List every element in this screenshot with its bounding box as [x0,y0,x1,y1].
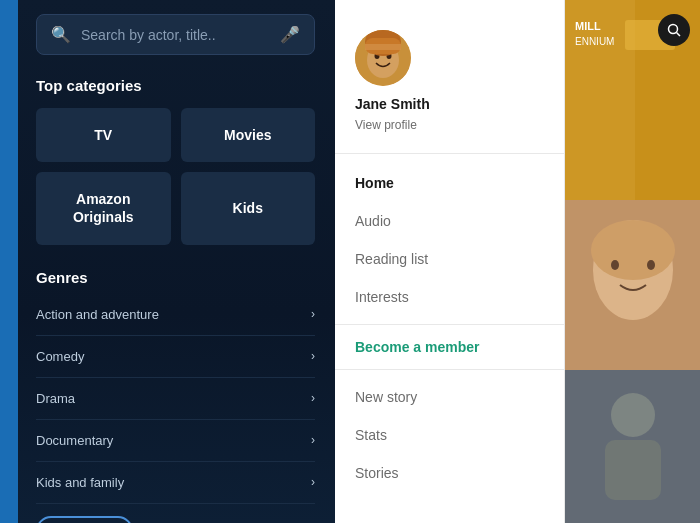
svg-line-23 [677,33,681,37]
genre-drama[interactable]: Drama › [36,378,315,420]
svg-point-22 [669,25,678,34]
genre-kids-family-label: Kids and family [36,475,124,490]
profile-name: Jane Smith [355,96,544,112]
nav-interests[interactable]: Interests [335,278,564,316]
genre-action-adventure-label: Action and adventure [36,307,159,322]
image-block-3 [565,370,700,523]
svg-rect-21 [565,370,700,523]
genre-drama-label: Drama [36,391,75,406]
search-placeholder: Search by actor, title.. [81,27,280,43]
search-bar[interactable]: 🔍 Search by actor, title.. 🎤 [36,14,315,55]
genre-comedy[interactable]: Comedy › [36,336,315,378]
svg-text:MILL: MILL [575,20,601,32]
svg-rect-6 [365,44,401,50]
become-member-link[interactable]: Become a member [335,324,564,370]
genre-documentary[interactable]: Documentary › [36,420,315,462]
chevron-icon-comedy: › [311,349,315,363]
image-strip: MILL ENNIUM [565,0,700,523]
genre-documentary-label: Documentary [36,433,113,448]
svg-text:ENNIUM: ENNIUM [575,36,614,47]
chevron-icon-action: › [311,307,315,321]
category-grid: TV Movies AmazonOriginals Kids [36,108,315,245]
chevron-icon-drama: › [311,391,315,405]
avatar [355,30,411,86]
nav-stats[interactable]: Stats [335,416,564,454]
genres-title: Genres [36,269,315,286]
category-kids[interactable]: Kids [181,172,316,244]
chevron-icon-documentary: › [311,433,315,447]
left-panel: 🔍 Search by actor, title.. 🎤 Top categor… [0,0,335,523]
chevron-icon-kids: › [311,475,315,489]
category-movies[interactable]: Movies [181,108,316,162]
profile-section: Jane Smith View profile [335,20,564,154]
svg-rect-17 [565,200,700,370]
nav-home[interactable]: Home [335,164,564,202]
right-panel: Jane Smith View profile Home Audio Readi… [335,0,700,523]
category-tv[interactable]: TV [36,108,171,162]
mic-icon[interactable]: 🎤 [280,25,300,44]
category-amazon-originals[interactable]: AmazonOriginals [36,172,171,244]
nav-reading-list[interactable]: Reading list [335,240,564,278]
genre-kids-family[interactable]: Kids and family › [36,462,315,504]
search-icon: 🔍 [51,25,71,44]
nav-audio[interactable]: Audio [335,202,564,240]
genre-action-adventure[interactable]: Action and adventure › [36,294,315,336]
nav-new-story[interactable]: New story [335,378,564,416]
nav-stories[interactable]: Stories [335,454,564,492]
image-block-2 [565,200,700,370]
right-menu: Jane Smith View profile Home Audio Readi… [335,0,565,523]
genre-comedy-label: Comedy [36,349,84,364]
search-icon-right[interactable] [658,14,690,46]
blue-accent-bar [0,0,18,523]
top-categories-title: Top categories [36,77,315,94]
view-profile-link[interactable]: View profile [355,118,417,132]
see-more-button[interactable]: See more [36,516,133,523]
